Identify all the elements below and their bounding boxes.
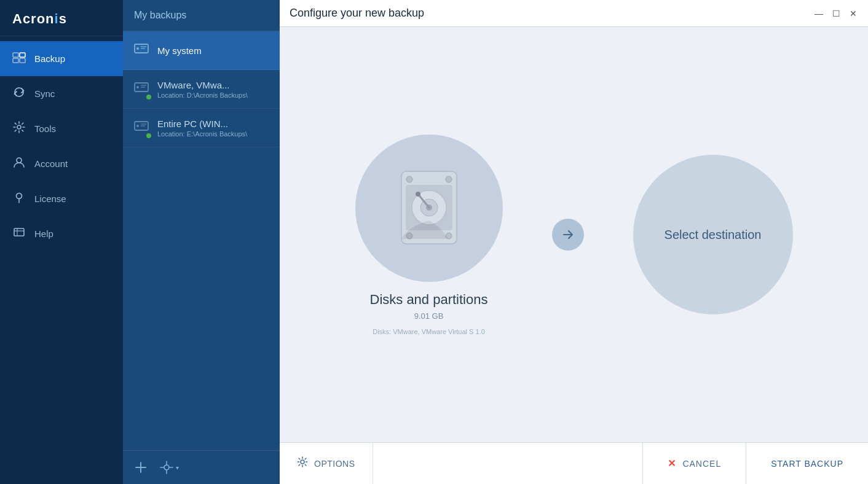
- window-controls: — ☐ ✕: [814, 9, 858, 18]
- source-circle[interactable]: [355, 135, 503, 282]
- entire-pc-name: Entire PC (WIN...: [157, 119, 247, 129]
- svg-rect-2: [13, 58, 18, 63]
- license-icon: [12, 191, 26, 206]
- svg-point-12: [136, 47, 139, 50]
- svg-point-4: [17, 125, 21, 129]
- svg-rect-1: [20, 53, 25, 57]
- my-system-name: My system: [157, 45, 202, 56]
- sidebar-item-license-label: License: [34, 193, 66, 204]
- window-titlebar: Configure your new backup — ☐ ✕: [280, 0, 868, 27]
- sidebar-nav: Backup Sync Tools Account License: [0, 41, 123, 251]
- svg-point-40: [416, 192, 420, 197]
- vmware-name: VMware, VMwa...: [157, 80, 248, 90]
- close-button[interactable]: ✕: [848, 9, 858, 18]
- svg-point-41: [301, 460, 304, 464]
- svg-point-6: [17, 193, 22, 199]
- destination-label: Select destination: [665, 228, 762, 242]
- sidebar-item-sync[interactable]: Sync: [0, 76, 123, 111]
- svg-point-16: [136, 86, 139, 88]
- source-disks: Disks: VMware, VMware Virtual S 1.0: [373, 328, 485, 335]
- destination-circle[interactable]: Select destination: [633, 155, 793, 314]
- options-button[interactable]: OPTIONS: [280, 443, 373, 484]
- cancel-x-icon: ✕: [668, 458, 676, 469]
- sidebar-item-account[interactable]: Account: [0, 146, 123, 181]
- backup-item-my-system[interactable]: My system: [123, 31, 280, 70]
- sidebar-item-tools[interactable]: Tools: [0, 111, 123, 146]
- svg-point-32: [446, 176, 452, 182]
- sidebar-item-backup[interactable]: Backup: [0, 41, 123, 76]
- sidebar-item-sync-label: Sync: [34, 88, 55, 99]
- source-size: 9.01 GB: [414, 311, 444, 321]
- sidebar-item-help-label: Help: [34, 228, 53, 239]
- sidebar-item-account-label: Account: [34, 158, 68, 169]
- backup-icon: [12, 51, 26, 66]
- options-gear-icon: [297, 456, 308, 470]
- vmware-disk-icon: [133, 79, 150, 100]
- backup-item-vmware[interactable]: VMware, VMwa... Location: D:\Acronis Bac…: [123, 70, 280, 109]
- vmware-status-badge: [145, 93, 152, 101]
- entire-pc-status-badge: [145, 132, 152, 139]
- start-backup-label: START BACKUP: [771, 459, 843, 469]
- tools-icon: [12, 121, 26, 136]
- account-icon: [12, 156, 26, 171]
- start-backup-button[interactable]: START BACKUP: [746, 443, 868, 484]
- svg-point-25: [164, 465, 169, 470]
- svg-rect-3: [20, 58, 25, 63]
- svg-point-31: [406, 176, 412, 182]
- sidebar-item-help[interactable]: Help: [0, 216, 123, 251]
- middle-panel: My backups My system VMware,: [123, 0, 280, 484]
- vmware-location: Location: D:\Acronis Backups\: [157, 92, 248, 99]
- my-system-disk-icon: [133, 40, 150, 61]
- backup-item-entire-pc[interactable]: Entire PC (WIN... Location: E:\Acronis B…: [123, 109, 280, 147]
- sidebar: Acronis Backup Sync Tools Account: [0, 0, 123, 484]
- arrow-connector: [552, 219, 584, 251]
- sidebar-item-license[interactable]: License: [0, 181, 123, 216]
- entire-pc-disk-icon: [133, 117, 150, 138]
- svg-point-5: [17, 158, 22, 163]
- entire-pc-text: Entire PC (WIN... Location: E:\Acronis B…: [157, 119, 247, 138]
- cancel-label: CANCEL: [682, 459, 721, 469]
- source-label: Disks and partitions: [370, 292, 488, 308]
- options-label: OPTIONS: [314, 459, 355, 469]
- app-logo: Acronis: [0, 0, 123, 36]
- config-area: Disks and partitions 9.01 GB Disks: VMwa…: [280, 27, 868, 442]
- minimize-button[interactable]: —: [814, 9, 824, 18]
- sidebar-item-tools-label: Tools: [34, 123, 56, 134]
- hdd-svg: [392, 165, 466, 251]
- svg-point-20: [136, 125, 139, 127]
- middle-footer: ▾: [123, 450, 280, 484]
- source-block: Disks and partitions 9.01 GB Disks: VMwa…: [355, 135, 503, 335]
- svg-rect-0: [13, 53, 18, 57]
- cancel-button[interactable]: ✕ CANCEL: [642, 443, 746, 484]
- maximize-button[interactable]: ☐: [831, 9, 841, 18]
- main-content: Configure your new backup — ☐ ✕: [280, 0, 868, 484]
- footer-bar: OPTIONS ✕ CANCEL START BACKUP: [280, 442, 868, 484]
- sidebar-item-backup-label: Backup: [34, 53, 65, 64]
- footer-spacer: [373, 443, 643, 484]
- vmware-text: VMware, VMwa... Location: D:\Acronis Bac…: [157, 80, 248, 99]
- filter-button[interactable]: ▾: [160, 461, 179, 474]
- my-system-text: My system: [157, 45, 202, 56]
- window-title: Configure your new backup: [290, 7, 424, 20]
- entire-pc-location: Location: E:\Acronis Backups\: [157, 130, 247, 138]
- svg-rect-8: [14, 228, 24, 236]
- sync-icon: [12, 86, 26, 101]
- help-icon: [12, 226, 26, 241]
- middle-panel-header: My backups: [123, 0, 280, 31]
- filter-dropdown-arrow: ▾: [176, 464, 179, 471]
- add-backup-button[interactable]: [134, 461, 148, 474]
